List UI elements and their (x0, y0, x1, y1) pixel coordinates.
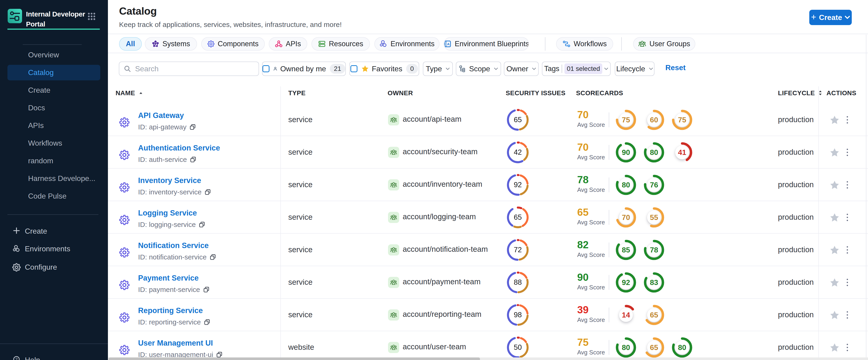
svg-text:A: A (447, 42, 450, 46)
svg-text:?: ? (15, 357, 18, 360)
